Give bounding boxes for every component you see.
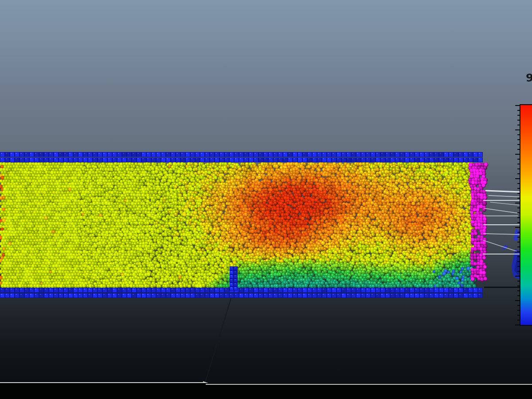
color-legend-bar[interactable] bbox=[520, 104, 532, 326]
legend-tick bbox=[515, 251, 520, 252]
legend-tick bbox=[517, 173, 520, 174]
legend-tick bbox=[517, 242, 520, 243]
legend-tick bbox=[517, 290, 520, 291]
legend-tick bbox=[517, 188, 520, 189]
legend-tick bbox=[517, 295, 520, 296]
legend-tick bbox=[517, 134, 520, 135]
legend-tick bbox=[517, 159, 520, 160]
legend-tick bbox=[517, 310, 520, 311]
legend-tick bbox=[515, 105, 520, 106]
simulation-viewport-canvas[interactable] bbox=[0, 0, 532, 399]
legend-title-fragment: 9 bbox=[526, 71, 532, 84]
legend-tick bbox=[515, 325, 520, 325]
legend-tick bbox=[517, 198, 520, 199]
legend-tick bbox=[517, 286, 520, 286]
legend-tick bbox=[517, 217, 520, 218]
legend-tick bbox=[517, 183, 520, 184]
legend-tick bbox=[517, 266, 520, 267]
legend-tick bbox=[517, 212, 520, 213]
legend-tick bbox=[517, 168, 520, 169]
legend-tick bbox=[517, 271, 520, 272]
legend-tick bbox=[517, 246, 520, 247]
legend-tick bbox=[517, 110, 520, 111]
color-legend-gradient bbox=[520, 105, 532, 325]
legend-tick bbox=[515, 300, 520, 301]
legend-tick bbox=[515, 178, 520, 179]
legend-tick bbox=[515, 203, 520, 203]
legend-tick bbox=[517, 120, 520, 121]
legend-tick bbox=[517, 193, 520, 194]
legend-tick bbox=[515, 154, 520, 155]
legend-tick bbox=[517, 125, 520, 125]
legend-tick bbox=[515, 227, 520, 228]
legend-tick bbox=[517, 164, 520, 164]
legend-tick bbox=[517, 256, 520, 257]
legend-tick bbox=[517, 207, 520, 208]
legend-tick bbox=[517, 232, 520, 233]
legend-tick bbox=[515, 276, 520, 277]
legend-tick bbox=[517, 315, 520, 316]
legend-tick bbox=[517, 281, 520, 282]
legend-tick bbox=[517, 139, 520, 140]
legend-tick bbox=[515, 129, 520, 130]
render-view: 9 bbox=[0, 0, 532, 399]
legend-tick bbox=[517, 237, 520, 238]
legend-tick bbox=[517, 149, 520, 150]
legend-tick bbox=[517, 144, 520, 145]
legend-tick bbox=[517, 261, 520, 262]
legend-tick bbox=[517, 115, 520, 116]
legend-tick bbox=[517, 305, 520, 306]
legend-tick bbox=[517, 320, 520, 321]
legend-tick bbox=[517, 222, 520, 223]
